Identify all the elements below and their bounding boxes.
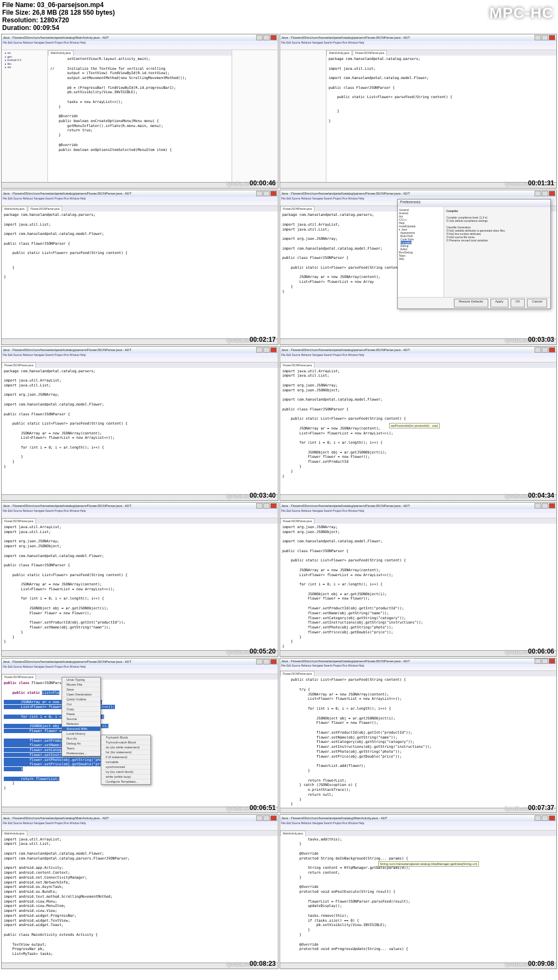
toolbar[interactable]: [280, 667, 556, 671]
toolbar[interactable]: [2, 513, 278, 518]
editor-tab[interactable]: MainActivity.java: [2, 206, 27, 211]
code-editor[interactable]: setContentView(R.layout.activity_main); …: [48, 56, 232, 182]
menu-item[interactable]: do (do while statement): [101, 745, 150, 750]
menu-item[interactable]: runnable: [101, 760, 150, 765]
close-icon[interactable]: [270, 815, 277, 821]
menu-bar[interactable]: File Edit Source Refactor Navigate Searc…: [2, 509, 278, 513]
toolbar[interactable]: [280, 358, 556, 362]
menu-item[interactable]: if (if statement): [101, 755, 150, 760]
minimize-icon[interactable]: [535, 815, 541, 821]
window-titlebar[interactable]: Java - Flowers03/src/com/hanselandpetal/…: [280, 34, 556, 41]
maximize-icon[interactable]: [542, 503, 548, 509]
editor-tab[interactable]: FlowerJSONParser.java: [280, 362, 314, 368]
close-icon[interactable]: [549, 347, 555, 353]
close-icon[interactable]: [270, 659, 277, 664]
minimize-icon[interactable]: [256, 35, 263, 40]
menu-item[interactable]: for (for statement): [101, 750, 150, 755]
close-icon[interactable]: [270, 503, 277, 509]
minimize-icon[interactable]: [256, 503, 263, 509]
menu-item-surround-with[interactable]: Surround With: [62, 727, 100, 731]
menu-bar[interactable]: File Edit Source Refactor Navigate Searc…: [2, 197, 278, 201]
window-titlebar[interactable]: Java - Flowers03/src/com/hanselandpetal/…: [280, 503, 556, 509]
maximize-icon[interactable]: [263, 347, 270, 353]
restore-defaults-button[interactable]: Restore Defaults: [454, 299, 488, 307]
menu-item[interactable]: while (while loop): [101, 775, 150, 779]
minimize-icon[interactable]: [535, 658, 541, 664]
code-editor[interactable]: import java.util.ArrayList; import java.…: [2, 524, 278, 650]
menu-item[interactable]: Revert File: [62, 682, 100, 687]
code-editor[interactable]: package com.hanselandpetal.catalog.parse…: [326, 56, 556, 182]
preferences-panel[interactable]: CompilerCompiler compliance level: [1.6 …: [444, 207, 550, 297]
toolbar[interactable]: [280, 826, 556, 831]
code-editor[interactable]: public static List<Flower> parseFeed(Str…: [280, 676, 556, 808]
menu-item[interactable]: Source: [62, 717, 100, 722]
menu-bar[interactable]: File Edit Source Refactor Navigate Searc…: [280, 353, 556, 358]
toolbar[interactable]: [2, 201, 278, 206]
menu-bar[interactable]: File Edit Source Refactor Navigate Searc…: [2, 353, 278, 358]
toolbar[interactable]: [2, 358, 278, 362]
toolbar[interactable]: [280, 45, 556, 50]
code-editor[interactable]: import java.util.ArrayList; import java.…: [2, 836, 278, 963]
apply-button[interactable]: Apply: [490, 299, 508, 307]
editor-tab[interactable]: FlowerJSONParser.java: [2, 518, 36, 524]
menu-bar[interactable]: File Edit Source Refactor Navigate Searc…: [2, 821, 278, 826]
menu-item[interactable]: Local History: [62, 731, 100, 736]
maximize-icon[interactable]: [263, 35, 270, 40]
minimize-icon[interactable]: [256, 659, 263, 664]
window-titlebar[interactable]: Java - Flowers03/src/com/hanselandpetal/…: [2, 658, 278, 665]
window-titlebar[interactable]: Java - Flowers03/src/com/hanselandpetal/…: [280, 658, 556, 664]
close-icon[interactable]: [549, 815, 555, 821]
window-titlebar[interactable]: Java - Flowers03/src/com/hanselandpetal/…: [2, 347, 278, 353]
window-titlebar[interactable]: Java - Flowers03/src/com/hanselandpetal/…: [2, 34, 278, 41]
menu-item[interactable]: Try/multi-catch Block: [101, 740, 150, 745]
code-editor[interactable]: package com.hanselandpetal.catalog.parse…: [2, 211, 278, 338]
close-icon[interactable]: [549, 35, 555, 40]
close-icon[interactable]: [270, 191, 277, 196]
editor-tab[interactable]: FlowerJSONParser.java: [28, 206, 62, 211]
maximize-icon[interactable]: [542, 658, 548, 664]
code-editor[interactable]: import java.util.ArrayList; import java.…: [280, 368, 556, 494]
menu-item[interactable]: Team: [62, 746, 100, 751]
maximize-icon[interactable]: [263, 659, 270, 664]
menu-bar[interactable]: File Edit Source Refactor Navigate Searc…: [280, 821, 556, 826]
toolbar[interactable]: [2, 826, 278, 831]
editor-tab[interactable]: MainActivity.java: [48, 50, 74, 56]
minimize-icon[interactable]: [256, 347, 263, 353]
package-explorer[interactable]: [280, 50, 326, 182]
code-editor[interactable]: tasks.add(this); } @Override protected S…: [280, 836, 556, 963]
menu-bar[interactable]: File Edit Source Refactor Navigate Searc…: [2, 41, 278, 45]
context-menu-primary[interactable]: Undo Typing Revert File Save Open Declar…: [62, 677, 101, 757]
window-titlebar[interactable]: Java - Flowers03/src/com/hanselandpetal/…: [2, 815, 278, 821]
window-titlebar[interactable]: Java - Flowers03/src/com/hanselandpetal/…: [2, 190, 278, 197]
menu-item[interactable]: Refactor: [62, 722, 100, 727]
editor-tab[interactable]: FlowerJSONParser.java: [280, 518, 314, 524]
menu-bar[interactable]: File Edit Source Refactor Navigate Searc…: [280, 509, 556, 513]
maximize-icon[interactable]: [542, 35, 548, 40]
editor-tab[interactable]: FlowerJSONParser.java: [280, 671, 314, 676]
maximize-icon[interactable]: [542, 191, 548, 196]
menu-item[interactable]: Open Declaration: [62, 692, 100, 697]
menu-bar[interactable]: File Edit Source Refactor Navigate Searc…: [2, 665, 278, 669]
menu-item[interactable]: Cut: [62, 702, 100, 707]
minimize-icon[interactable]: [256, 815, 263, 821]
editor-tab[interactable]: FlowerJSONParser.java: [353, 50, 387, 56]
menu-item[interactable]: try (try catch block): [101, 770, 150, 775]
cancel-button[interactable]: Cancel: [527, 299, 547, 307]
maximize-icon[interactable]: [542, 347, 548, 353]
editor-tab[interactable]: MainActivity.java: [2, 831, 27, 836]
autocomplete-popup[interactable]: setProductId(int productId) : void: [389, 423, 440, 428]
window-titlebar[interactable]: Java - Flowers03/src/com/hanselandpetal/…: [2, 503, 278, 509]
maximize-icon[interactable]: [263, 191, 270, 196]
close-icon[interactable]: [270, 35, 277, 40]
window-titlebar[interactable]: Java - Flowers03/src/com/hanselandpetal/…: [280, 190, 556, 197]
context-submenu[interactable]: Try/catch Block Try/multi-catch Block do…: [101, 735, 151, 785]
editor-tab[interactable]: FlowerJSONParser.java: [2, 362, 36, 368]
menu-item[interactable]: Quick Outline: [62, 697, 100, 702]
maximize-icon[interactable]: [263, 815, 270, 821]
outline-view[interactable]: [232, 50, 278, 182]
code-editor[interactable]: import org.json.JSONArray; import org.js…: [280, 524, 556, 650]
minimize-icon[interactable]: [256, 191, 263, 196]
editor-tab[interactable]: MainActivity.java: [280, 831, 306, 836]
menu-item[interactable]: Run As: [62, 736, 100, 741]
window-titlebar[interactable]: Java - Flowers03/src/com/hanselandpetal/…: [280, 347, 556, 353]
